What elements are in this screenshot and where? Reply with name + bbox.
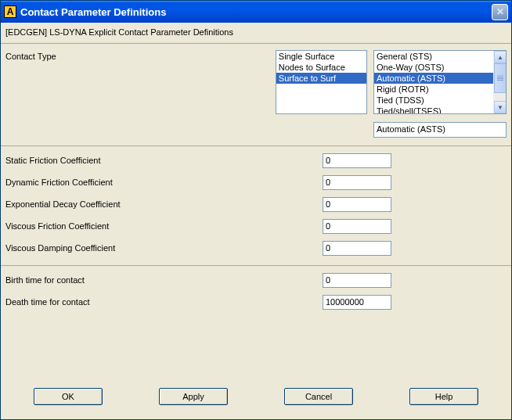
subheader: [EDCGEN] LS-DYNA Explicit Contact Parame… bbox=[1, 23, 511, 43]
help-button[interactable]: Help bbox=[409, 388, 478, 405]
decay-input[interactable] bbox=[323, 197, 391, 212]
app-icon: A bbox=[4, 5, 16, 18]
list-item[interactable]: Single Surface bbox=[276, 51, 366, 62]
dynamic-friction-label: Dynamic Friction Coefficient bbox=[5, 178, 323, 187]
viscous-friction-label: Viscous Friction Coefficient bbox=[5, 221, 323, 231]
chevron-up-icon: ▲ bbox=[497, 54, 503, 61]
titlebar: A Contact Parameter Definitions ✕ bbox=[1, 1, 511, 23]
death-time-label: Death time for contact bbox=[5, 297, 323, 307]
list-item[interactable]: Tied (TDSS) bbox=[374, 95, 493, 106]
chevron-down-icon: ▼ bbox=[497, 104, 503, 111]
list-item[interactable]: Automatic (ASTS) bbox=[374, 73, 493, 84]
decay-label: Exponential Decay Coefficient bbox=[5, 199, 323, 209]
viscous-damping-label: Viscous Damping Coefficient bbox=[5, 243, 323, 253]
scroll-grip-icon bbox=[497, 76, 503, 81]
static-friction-input[interactable] bbox=[323, 153, 391, 168]
scroll-down-button[interactable]: ▼ bbox=[494, 101, 507, 113]
section-times: Birth time for contact Death time for co… bbox=[1, 265, 511, 374]
dynamic-friction-input[interactable] bbox=[323, 175, 391, 190]
death-time-input[interactable] bbox=[323, 295, 391, 310]
list-item[interactable]: Nodes to Surface bbox=[276, 62, 366, 73]
contact-type-list-1[interactable]: Single Surface Nodes to Surface Surface … bbox=[276, 50, 367, 114]
birth-time-label: Birth time for contact bbox=[5, 275, 323, 285]
apply-button[interactable]: Apply bbox=[159, 388, 228, 405]
section-contact-type: Contact Type Single Surface Nodes to Sur… bbox=[1, 43, 511, 145]
list-item[interactable]: General (STS) bbox=[374, 51, 493, 62]
list-item[interactable]: Tied/shell(TSES) bbox=[374, 106, 493, 114]
list-item[interactable]: Surface to Surf bbox=[276, 73, 366, 84]
close-button[interactable]: ✕ bbox=[492, 4, 508, 20]
list-item[interactable]: One-Way (OSTS) bbox=[374, 62, 493, 73]
static-friction-label: Static Friction Coefficient bbox=[5, 156, 323, 165]
section-friction: Static Friction Coefficient Dynamic Fric… bbox=[1, 145, 511, 265]
contact-type-list-2[interactable]: General (STS) One-Way (OSTS) Automatic (… bbox=[373, 50, 507, 114]
scroll-thumb[interactable] bbox=[494, 63, 507, 93]
birth-time-input[interactable] bbox=[323, 273, 391, 288]
dialog-window: A Contact Parameter Definitions ✕ [EDCGE… bbox=[0, 0, 512, 420]
scrollbar[interactable]: ▲ ▼ bbox=[493, 51, 506, 113]
selected-type-display: Automatic (ASTS) bbox=[373, 122, 507, 138]
dialog-content: [EDCGEN] LS-DYNA Explicit Contact Parame… bbox=[1, 23, 511, 419]
list-item[interactable]: Rigid (ROTR) bbox=[374, 84, 493, 95]
close-icon: ✕ bbox=[496, 6, 504, 17]
button-bar: OK Apply Cancel Help bbox=[1, 374, 511, 419]
scroll-up-button[interactable]: ▲ bbox=[494, 51, 507, 63]
contact-type-label: Contact Type bbox=[5, 50, 269, 138]
viscous-friction-input[interactable] bbox=[323, 219, 391, 234]
window-title: Contact Parameter Definitions bbox=[20, 6, 492, 18]
cancel-button[interactable]: Cancel bbox=[284, 388, 353, 405]
viscous-damping-input[interactable] bbox=[323, 241, 391, 256]
ok-button[interactable]: OK bbox=[34, 388, 103, 405]
